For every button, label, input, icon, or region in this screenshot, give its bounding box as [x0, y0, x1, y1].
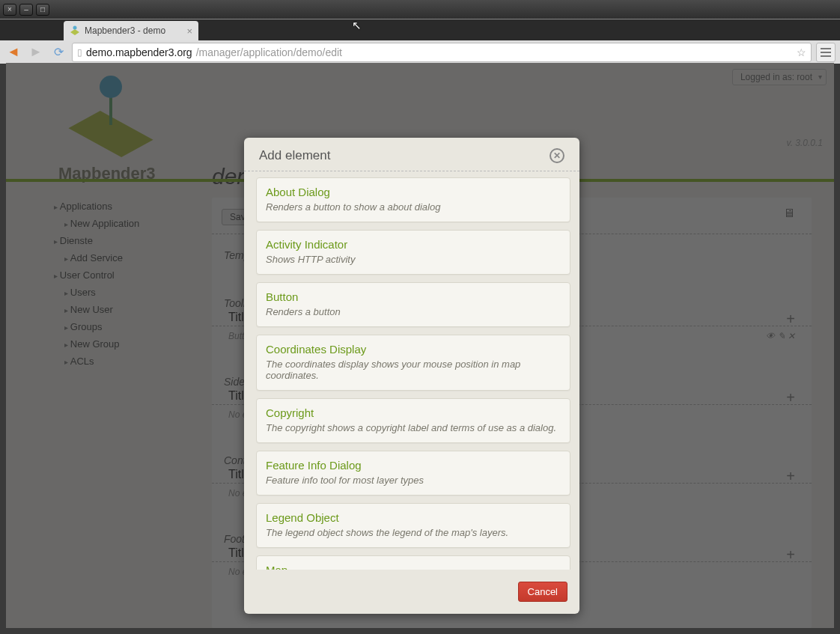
browser-chrome: Mapbender3 - demo × ◄ ► ⟳ ▯ demo.mapbend…: [0, 19, 840, 63]
element-card-desc: Shows HTTP activity: [266, 254, 561, 265]
forward-button[interactable]: ►: [27, 43, 45, 61]
page-viewport: Logged in as: root v. 3.0.0.1 Mapbender3…: [6, 63, 834, 628]
element-card-title: About Dialog: [266, 186, 561, 198]
element-card-desc: The legend object shows the legend of th…: [266, 527, 561, 538]
element-card-title: Map: [266, 564, 561, 570]
os-minimize-button[interactable]: –: [19, 4, 33, 16]
browser-toolbar: ◄ ► ⟳ ▯ demo.mapbender3.org/manager/appl…: [0, 40, 840, 64]
url-bar[interactable]: ▯ demo.mapbender3.org/manager/applicatio…: [72, 43, 812, 62]
page-icon: ▯: [77, 47, 82, 58]
reload-button[interactable]: ⟳: [49, 43, 67, 61]
element-card[interactable]: Coordinates DisplayThe coordinates displ…: [256, 335, 570, 391]
element-card[interactable]: CopyrightThe copyright shows a copyright…: [256, 398, 570, 443]
element-card[interactable]: Feature Info DialogFeature info tool for…: [256, 451, 570, 496]
browser-tabstrip: Mapbender3 - demo ×: [0, 19, 840, 40]
element-card[interactable]: Map: [256, 555, 570, 570]
element-card-desc: Renders a button: [266, 306, 561, 317]
tab-close-icon[interactable]: ×: [186, 25, 192, 37]
svg-point-1: [73, 26, 77, 30]
element-card[interactable]: Activity IndicatorShows HTTP activity: [256, 230, 570, 275]
browser-tab[interactable]: Mapbender3 - demo ×: [64, 21, 198, 40]
dialog-scroll[interactable]: About DialogRenders a button to show a a…: [256, 177, 575, 570]
bookmark-star-icon[interactable]: ☆: [797, 46, 806, 58]
element-card-desc: Feature info tool for most layer types: [266, 475, 561, 486]
svg-marker-0: [70, 29, 79, 35]
element-card-desc: Renders a button to show a about dialog: [266, 201, 561, 213]
element-card[interactable]: Legend ObjectThe legend object shows the…: [256, 503, 570, 548]
url-host: demo.mapbender3.org: [86, 46, 192, 58]
element-card[interactable]: About DialogRenders a button to show a a…: [256, 177, 570, 222]
element-card-title: Feature Info Dialog: [266, 459, 561, 472]
dialog-title: Add element: [259, 148, 330, 163]
url-path: /manager/application/demo/edit: [196, 46, 342, 58]
back-button[interactable]: ◄: [4, 43, 22, 61]
cancel-button[interactable]: Cancel: [518, 582, 567, 602]
dialog-header: Add element ✕: [244, 138, 579, 171]
element-card-title: Button: [266, 290, 561, 303]
element-card[interactable]: ButtonRenders a button: [256, 282, 570, 327]
os-maximize-button[interactable]: □: [36, 4, 49, 16]
dialog-close-button[interactable]: ✕: [550, 148, 564, 163]
dialog-footer: Cancel: [244, 576, 579, 614]
element-card-desc: The copyright shows a copyright label an…: [266, 422, 561, 433]
dialog-body: About DialogRenders a button to show a a…: [244, 171, 579, 576]
element-card-title: Coordinates Display: [266, 343, 561, 356]
tab-favicon-icon: [70, 25, 80, 36]
element-card-title: Copyright: [266, 406, 561, 419]
os-close-button[interactable]: ×: [3, 4, 16, 16]
tab-title: Mapbender3 - demo: [85, 25, 165, 36]
browser-menu-button[interactable]: [816, 43, 836, 62]
element-card-title: Activity Indicator: [266, 238, 561, 251]
element-card-desc: The coordinates display shows your mouse…: [266, 359, 561, 381]
element-card-title: Legend Object: [266, 511, 561, 524]
add-element-dialog: Add element ✕ About DialogRenders a butt…: [244, 138, 579, 614]
os-titlebar: × – □: [0, 0, 840, 19]
